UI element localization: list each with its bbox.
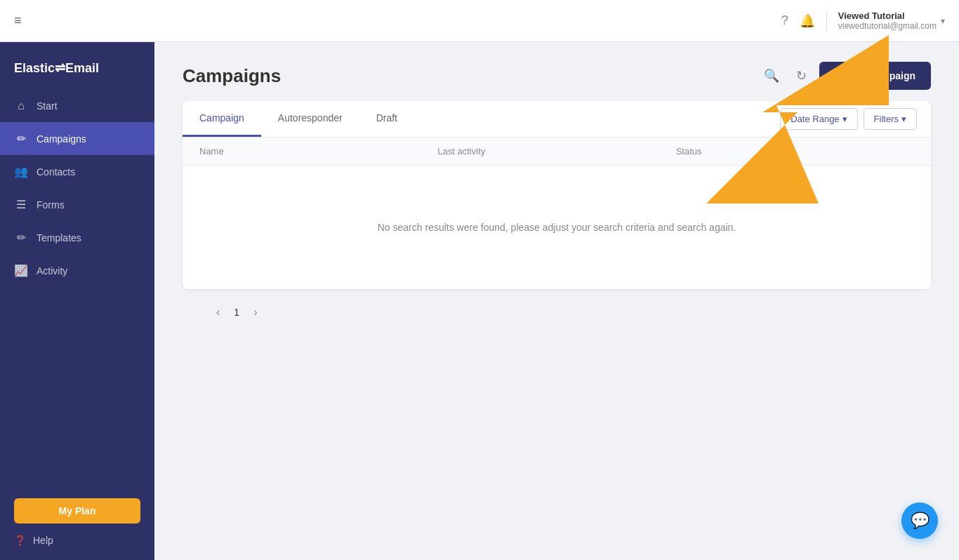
date-range-button[interactable]: Date Range ▾ bbox=[780, 108, 857, 130]
current-page: 1 bbox=[234, 307, 239, 318]
col-status: Status bbox=[676, 146, 914, 156]
help-circle-icon: ❓ bbox=[14, 535, 26, 546]
sidebar-item-start[interactable]: ⌂ Start bbox=[0, 90, 154, 122]
user-name: Viewed Tutorial bbox=[838, 11, 937, 21]
col-name: Name bbox=[199, 146, 437, 156]
pagination-row: ‹ 1 › bbox=[183, 289, 931, 335]
chat-button[interactable]: 💬 bbox=[901, 502, 938, 539]
bell-icon[interactable]: 🔔 bbox=[800, 13, 815, 29]
sidebar-bottom: My Plan ❓ Help bbox=[0, 484, 154, 560]
page-title: Campaigns bbox=[183, 65, 281, 87]
filters-label: Filters bbox=[874, 114, 899, 124]
activity-icon: 📈 bbox=[14, 264, 28, 277]
templates-icon: ✏ bbox=[14, 231, 28, 244]
refresh-button[interactable]: ↻ bbox=[792, 64, 811, 88]
prev-page-button[interactable]: ‹ bbox=[211, 303, 225, 321]
sidebar: Elastic⇌Email ⌂ Start ✏ Campaigns 👥 Cont… bbox=[0, 42, 154, 560]
tab-autoresponder[interactable]: Autoresponder bbox=[261, 101, 359, 137]
content-area: Campaign Autoresponder Draft Date Range … bbox=[154, 101, 959, 560]
sidebar-item-campaigns[interactable]: ✏ Campaigns bbox=[0, 122, 154, 155]
header-actions: 🔍 ↻ Create Campaign bbox=[760, 62, 931, 90]
user-info[interactable]: Viewed Tutorial viewedtutorial@gmail.com… bbox=[826, 11, 945, 31]
user-text: Viewed Tutorial viewedtutorial@gmail.com bbox=[838, 11, 937, 31]
tab-draft[interactable]: Draft bbox=[359, 101, 414, 137]
main-content: Campaigns 🔍 ↻ Create Campaign Campaign A… bbox=[154, 42, 959, 560]
sidebar-item-help[interactable]: ❓ Help bbox=[14, 535, 140, 546]
campaigns-card: Campaign Autoresponder Draft Date Range … bbox=[183, 101, 931, 289]
sidebar-item-activity[interactable]: 📈 Activity bbox=[0, 254, 154, 287]
next-page-button[interactable]: › bbox=[248, 303, 263, 321]
campaigns-icon: ✏ bbox=[14, 132, 28, 145]
layout: Elastic⇌Email ⌂ Start ✏ Campaigns 👥 Cont… bbox=[0, 42, 959, 560]
create-campaign-button[interactable]: Create Campaign bbox=[819, 62, 931, 90]
sidebar-item-contacts[interactable]: 👥 Contacts bbox=[0, 155, 154, 188]
filters-chevron: ▾ bbox=[901, 114, 906, 124]
date-range-chevron: ▾ bbox=[842, 114, 847, 124]
contacts-icon: 👥 bbox=[14, 165, 28, 178]
filters-button[interactable]: Filters ▾ bbox=[864, 108, 917, 130]
search-button[interactable]: 🔍 bbox=[760, 64, 783, 88]
sidebar-label-start: Start bbox=[37, 100, 58, 112]
filters-row: Date Range ▾ Filters ▾ bbox=[780, 108, 931, 130]
sidebar-item-forms[interactable]: ☰ Forms bbox=[0, 188, 154, 221]
user-chevron-icon: ▾ bbox=[941, 16, 945, 26]
sidebar-label-activity: Activity bbox=[37, 265, 67, 276]
tabs-row: Campaign Autoresponder Draft Date Range … bbox=[183, 101, 931, 138]
logo-text: Elastic⇌Email bbox=[14, 60, 99, 76]
page-header: Campaigns 🔍 ↻ Create Campaign bbox=[154, 42, 959, 101]
start-icon: ⌂ bbox=[14, 100, 28, 112]
sidebar-item-templates[interactable]: ✏ Templates bbox=[0, 221, 154, 254]
chat-icon: 💬 bbox=[911, 512, 930, 530]
logo: Elastic⇌Email bbox=[0, 49, 154, 90]
help-icon[interactable]: ? bbox=[781, 13, 788, 28]
help-label: Help bbox=[33, 535, 53, 546]
tab-campaign[interactable]: Campaign bbox=[183, 101, 261, 137]
top-header: ≡ ? 🔔 Viewed Tutorial viewedtutorial@gma… bbox=[0, 0, 959, 42]
col-last-activity: Last activity bbox=[437, 146, 675, 156]
my-plan-button[interactable]: My Plan bbox=[14, 498, 140, 524]
date-range-label: Date Range bbox=[791, 114, 839, 124]
sidebar-label-contacts: Contacts bbox=[37, 166, 75, 178]
user-email: viewedtutorial@gmail.com bbox=[838, 21, 937, 31]
empty-message: No search results were found, please adj… bbox=[378, 222, 736, 233]
hamburger-icon[interactable]: ≡ bbox=[14, 13, 22, 28]
sidebar-label-forms: Forms bbox=[37, 199, 65, 211]
table-header: Name Last activity Status bbox=[183, 138, 931, 166]
sidebar-label-campaigns: Campaigns bbox=[37, 133, 86, 145]
sidebar-label-templates: Templates bbox=[37, 232, 81, 244]
header-right: ? 🔔 Viewed Tutorial viewedtutorial@gmail… bbox=[781, 11, 945, 31]
header-left: ≡ bbox=[14, 13, 22, 28]
tabs: Campaign Autoresponder Draft bbox=[183, 101, 414, 137]
empty-state: No search results were found, please adj… bbox=[183, 166, 931, 289]
forms-icon: ☰ bbox=[14, 198, 28, 211]
